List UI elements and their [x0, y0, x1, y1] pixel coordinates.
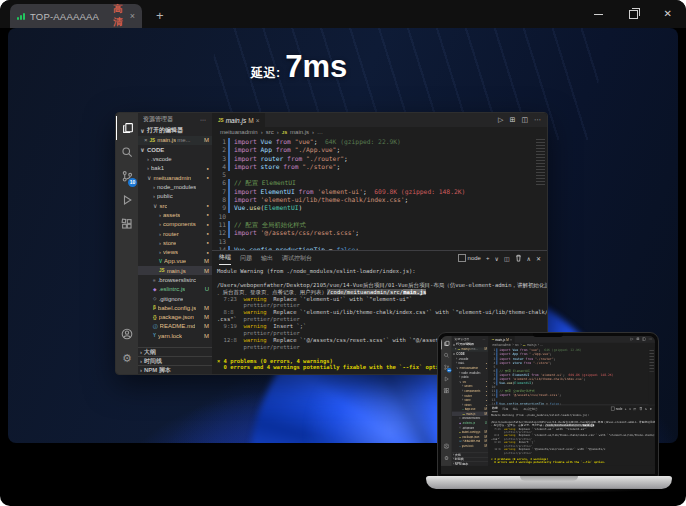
extensions-icon[interactable]: [116, 212, 138, 236]
code-line[interactable]: 12import '@/assets/css/reset.scss';: [212, 229, 534, 237]
new-tab-button[interactable]: +: [156, 8, 164, 23]
tree-item[interactable]: ›bak1●: [138, 164, 212, 173]
account-icon[interactable]: [116, 322, 138, 346]
tree-item[interactable]: ›.vscode: [138, 155, 212, 164]
run-debug-icon[interactable]: [116, 188, 138, 212]
minimize-button[interactable]: [594, 14, 603, 15]
terminal-line: prettier/prettier: [217, 302, 542, 309]
code-line[interactable]: 8import 'element-ui/lib/theme-chalk/inde…: [212, 196, 534, 204]
code-line[interactable]: 13: [212, 238, 534, 246]
open-editors-section[interactable]: ∨打开的编辑器: [138, 126, 212, 136]
quality-label[interactable]: 高清: [113, 3, 124, 29]
code-line[interactable]: 9Vue.use(ElementUI): [212, 204, 534, 212]
remote-desktop-app-window: TOP-AAAAAAA 高清 × + ✕ 延迟: 7ms: [0, 0, 686, 506]
sidebar-footer-sections: ›大纲 ›时间线 ›NPM 脚本: [138, 347, 212, 374]
code-line[interactable]: 5: [212, 171, 534, 179]
terminal-kind-selector[interactable]: node: [458, 254, 481, 262]
settings-gear-icon[interactable]: ⚙: [116, 346, 138, 370]
tree-item[interactable]: ∨meituanadmin●: [138, 173, 212, 182]
list-file-icon: ≡: [153, 278, 156, 283]
new-terminal-button[interactable]: +: [486, 255, 490, 261]
laptop-notch: [533, 333, 563, 337]
close-panel-button[interactable]: ✕: [536, 255, 541, 262]
code-line[interactable]: 10: [212, 213, 534, 221]
file-tree: ›.vscode›bak1●∨meituanadmin●›node_module…: [138, 155, 212, 341]
laptop-screen: 10 ⚙ 资源管理器 ⋯ ∨打: [437, 332, 659, 477]
tree-item[interactable]: ◇.gitignore: [138, 294, 212, 303]
timeline-section[interactable]: ›时间线: [138, 356, 212, 365]
code-line[interactable]: 1import Vue from "vue"; 64K (gzipped: 22…: [212, 138, 534, 146]
latency-label: 延迟:: [251, 65, 280, 82]
code-area[interactable]: 1import Vue from "vue"; 64K (gzipped: 22…: [212, 137, 534, 250]
terminal-line: 8:8 warning Replace `'element-ui/lib/the…: [217, 309, 542, 316]
close-editor-icon[interactable]: ×: [144, 137, 148, 143]
breadcrumb[interactable]: meituanadmin› src› JS main.js› …: [212, 127, 547, 137]
tab-debug-console[interactable]: 调试控制台: [282, 251, 312, 265]
code-line[interactable]: 11// 配置 全局初始化样式: [212, 221, 534, 229]
laptop-base: [426, 476, 672, 489]
git-file-icon: ◇: [153, 296, 157, 301]
code-line[interactable]: 2import App from "./App.vue";: [212, 146, 534, 154]
terminal-dropdown-button[interactable]: ∨: [494, 255, 498, 262]
vue-file-icon: V: [159, 259, 162, 264]
latency-value: 7ms: [285, 49, 347, 85]
kill-terminal-button[interactable]: [515, 254, 522, 263]
more-actions-button[interactable]: ⋯: [534, 116, 541, 124]
split-editor-button[interactable]: ⊞: [510, 116, 516, 124]
sidebar-more-icon[interactable]: ⋯: [200, 116, 207, 123]
connection-tab[interactable]: TOP-AAAAAAA 高清 ×: [10, 4, 142, 28]
open-editor-item[interactable]: × JS main.js me... M: [138, 136, 212, 146]
tree-item[interactable]: ›public: [138, 192, 212, 201]
json-file-icon: {}: [153, 315, 157, 320]
code-line[interactable]: 6// 配置 ElementUI: [212, 179, 534, 187]
tree-item[interactable]: ◆.eslintrc.jsU: [138, 285, 212, 294]
tree-item[interactable]: JSmain.jsM: [138, 266, 212, 275]
tree-item[interactable]: ∨src●: [138, 201, 212, 210]
terminal-line: .css"` prettier/prettier: [217, 316, 542, 323]
tree-item[interactable]: ›router●: [138, 229, 212, 238]
tree-item[interactable]: ›node_modules: [138, 182, 212, 191]
latency-overlay: 延迟: 7ms: [251, 49, 347, 85]
tree-item[interactable]: βbabel.config.jsM: [138, 303, 212, 312]
tree-item[interactable]: ⓘREADME.mdM: [138, 322, 212, 331]
split-terminal-button[interactable]: ◫: [504, 255, 510, 262]
tree-item[interactable]: VApp.vueM: [138, 257, 212, 266]
explorer-icon[interactable]: [116, 116, 139, 140]
tree-item[interactable]: ≡.browserslistrc: [138, 275, 212, 284]
activity-bar: 10 ⚙: [116, 113, 138, 374]
outline-section[interactable]: ›大纲: [138, 347, 212, 356]
tree-item[interactable]: Yyarn.lockM: [138, 331, 212, 340]
split-square-button[interactable]: ◫: [521, 116, 528, 124]
tree-item[interactable]: {}package.jsonM: [138, 313, 212, 322]
tree-item[interactable]: ›assets●: [138, 210, 212, 219]
minimap[interactable]: [534, 137, 547, 250]
laptop-preview: 10 ⚙ 资源管理器 ⋯ ∨打: [426, 332, 672, 500]
maximize-panel-button[interactable]: ∧: [527, 255, 531, 262]
tree-item[interactable]: ›store●: [138, 238, 212, 247]
editor-tab-mainjs[interactable]: JS main.js M ×: [212, 113, 265, 127]
code-line[interactable]: 4import store from "./store";: [212, 163, 534, 171]
close-tab-icon[interactable]: ×: [130, 11, 135, 21]
restore-button[interactable]: [629, 10, 638, 19]
terminal-line: [217, 275, 542, 282]
search-icon[interactable]: [116, 140, 138, 164]
yarn-file-icon: Y: [153, 333, 156, 338]
terminal-line: Module Warning (from ./node_modules/esli…: [217, 268, 542, 275]
workspace-root-section[interactable]: ∨CODE: [138, 145, 212, 155]
terminal-kind-icon: [458, 254, 466, 262]
eslint-file-icon: ◆: [153, 287, 157, 292]
close-window-button[interactable]: ✕: [664, 9, 672, 19]
close-tab-icon[interactable]: ×: [256, 117, 260, 124]
terminal-line: /Users/webopenfather/Desktop/2105/vue/14…: [217, 282, 542, 289]
code-line[interactable]: 7import ElementUI from 'element-ui'; 609…: [212, 188, 534, 196]
tree-item[interactable]: ›views●: [138, 247, 212, 256]
source-control-icon[interactable]: 10: [116, 164, 138, 188]
npm-scripts-section[interactable]: ›NPM 脚本: [138, 365, 212, 374]
run-code-button[interactable]: ▷: [498, 116, 503, 124]
tab-problems[interactable]: 问题: [240, 251, 252, 265]
tab-terminal[interactable]: 终端: [219, 251, 231, 265]
scm-badge: 10: [128, 178, 137, 187]
tab-output[interactable]: 输出: [261, 251, 273, 265]
tree-item[interactable]: ›components●: [138, 220, 212, 229]
code-line[interactable]: 3import router from "./router";: [212, 155, 534, 163]
